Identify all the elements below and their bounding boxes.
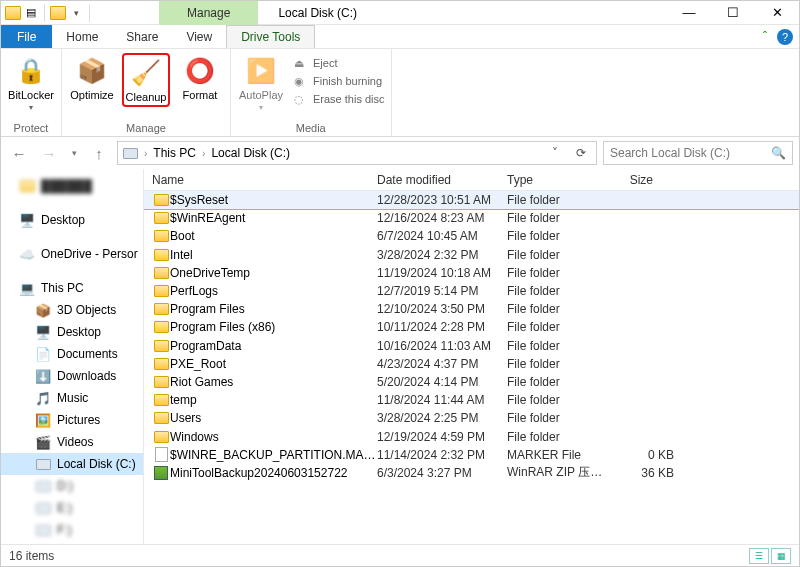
table-row[interactable]: MiniToolBackup202406031527226/3/2024 3:2… xyxy=(144,464,799,482)
nav-this-pc[interactable]: 💻This PC xyxy=(1,277,143,299)
nav-quick-access[interactable]: ██████ xyxy=(1,175,143,197)
tab-view[interactable]: View xyxy=(172,25,226,48)
table-row[interactable]: $WinREAgent12/16/2024 8:23 AMFile folder xyxy=(144,209,799,227)
tab-home[interactable]: Home xyxy=(52,25,112,48)
nav-disk-g[interactable]: G:) xyxy=(1,541,143,544)
table-row[interactable]: Program Files12/10/2024 3:50 PMFile fold… xyxy=(144,300,799,318)
nav-onedrive[interactable]: ☁️OneDrive - Persor xyxy=(1,243,143,265)
cleanup-button[interactable]: 🧹 Cleanup xyxy=(122,53,170,107)
col-size[interactable]: Size xyxy=(604,173,674,187)
ribbon-collapse-icon[interactable]: ˆ xyxy=(763,30,767,44)
table-row[interactable]: $SysReset12/28/2023 10:51 AMFile folder xyxy=(144,191,799,209)
folder-icon xyxy=(152,267,170,279)
table-row[interactable]: PerfLogs12/7/2019 5:14 PMFile folder xyxy=(144,282,799,300)
forward-button[interactable]: → xyxy=(37,141,61,165)
erase-disc-button[interactable]: ◌Erase this disc xyxy=(291,91,385,107)
nav-pictures[interactable]: 🖼️Pictures xyxy=(1,409,143,431)
eject-icon: ⏏ xyxy=(291,55,307,71)
col-date[interactable]: Date modified xyxy=(369,173,499,187)
ribbon: 🔒 BitLocker ▾ Protect 📦 Optimize 🧹 Clean… xyxy=(1,49,799,137)
nav-disk-d[interactable]: D:) xyxy=(1,475,143,497)
col-name[interactable]: Name xyxy=(144,173,369,187)
view-details-button[interactable]: ☰ xyxy=(749,548,769,564)
group-label-manage: Manage xyxy=(126,120,166,136)
table-row[interactable]: temp11/8/2024 11:44 AMFile folder xyxy=(144,391,799,409)
format-button[interactable]: ⭕ Format xyxy=(176,53,224,101)
table-row[interactable]: PXE_Root4/23/2024 4:37 PMFile folder xyxy=(144,355,799,373)
table-row[interactable]: Users3/28/2024 2:25 PMFile folder xyxy=(144,409,799,427)
disk-icon xyxy=(35,456,51,472)
search-icon: 🔍 xyxy=(771,146,786,160)
history-dropdown-icon[interactable]: ˅ xyxy=(544,142,566,164)
crumb-this-pc[interactable]: This PC xyxy=(153,146,196,160)
table-row[interactable]: Boot6/7/2024 10:45 AMFile folder xyxy=(144,227,799,245)
nav-disk-f[interactable]: F:) xyxy=(1,519,143,541)
file-type: MARKER File xyxy=(507,448,612,462)
minimize-button[interactable]: — xyxy=(667,1,711,25)
table-row[interactable]: $WINRE_BACKUP_PARTITION.MARKER11/14/2024… xyxy=(144,446,799,464)
file-date: 11/19/2024 10:18 AM xyxy=(377,266,507,280)
separator xyxy=(89,4,90,22)
search-input[interactable]: Search Local Disk (C:) 🔍 xyxy=(603,141,793,165)
maximize-button[interactable]: ☐ xyxy=(711,1,755,25)
contextual-tab-manage[interactable]: Manage xyxy=(159,1,258,25)
pictures-icon: 🖼️ xyxy=(35,412,51,428)
folder-icon xyxy=(152,321,170,333)
folder-icon xyxy=(152,394,170,406)
table-row[interactable]: Riot Games5/20/2024 4:14 PMFile folder xyxy=(144,373,799,391)
nav-disk-e[interactable]: E:) xyxy=(1,497,143,519)
explorer-body: ██████ 🖥️Desktop ☁️OneDrive - Persor 💻Th… xyxy=(1,169,799,544)
help-icon[interactable]: ? xyxy=(777,29,793,45)
recent-dropdown[interactable]: ▾ xyxy=(67,141,81,165)
nav-local-disk-c[interactable]: Local Disk (C:) xyxy=(1,453,143,475)
tab-drive-tools[interactable]: Drive Tools xyxy=(226,25,315,48)
view-large-button[interactable]: ▦ xyxy=(771,548,791,564)
crumb-local-disk[interactable]: Local Disk (C:) xyxy=(211,146,290,160)
file-size: 36 KB xyxy=(612,466,674,480)
nav-documents[interactable]: 📄Documents xyxy=(1,343,143,365)
bitlocker-button[interactable]: 🔒 BitLocker ▾ xyxy=(7,53,55,112)
file-date: 3/28/2024 2:25 PM xyxy=(377,411,507,425)
table-row[interactable]: ProgramData10/16/2024 11:03 AMFile folde… xyxy=(144,337,799,355)
file-size: 0 KB xyxy=(612,448,674,462)
col-type[interactable]: Type xyxy=(499,173,604,187)
optimize-button[interactable]: 📦 Optimize xyxy=(68,53,116,101)
qat-save-icon[interactable]: ▤ xyxy=(23,5,39,21)
breadcrumb[interactable]: › This PC › Local Disk (C:) ˅ ⟳ xyxy=(117,141,597,165)
column-headers[interactable]: Name Date modified Type Size xyxy=(144,169,799,191)
refresh-icon[interactable]: ⟳ xyxy=(570,142,592,164)
chevron-right-icon[interactable]: › xyxy=(200,148,207,159)
file-type: File folder xyxy=(507,211,612,225)
tab-file[interactable]: File xyxy=(1,25,52,48)
finish-burn-button[interactable]: ◉Finish burning xyxy=(291,73,385,89)
table-row[interactable]: Intel3/28/2024 2:32 PMFile folder xyxy=(144,246,799,264)
file-rows[interactable]: $SysReset12/28/2023 10:51 AMFile folder$… xyxy=(144,191,799,544)
nav-3d-objects[interactable]: 📦3D Objects xyxy=(1,299,143,321)
nav-desktop2[interactable]: 🖥️Desktop xyxy=(1,321,143,343)
table-row[interactable]: Program Files (x86)10/11/2024 2:28 PMFil… xyxy=(144,318,799,336)
eject-button[interactable]: ⏏Eject xyxy=(291,55,385,71)
ribbon-group-protect: 🔒 BitLocker ▾ Protect xyxy=(1,49,62,136)
qat-props-icon[interactable] xyxy=(50,5,66,21)
nav-pane[interactable]: ██████ 🖥️Desktop ☁️OneDrive - Persor 💻Th… xyxy=(1,169,144,544)
file-date: 3/28/2024 2:32 PM xyxy=(377,248,507,262)
table-row[interactable]: Windows12/19/2024 4:59 PMFile folder xyxy=(144,427,799,445)
nav-videos[interactable]: 🎬Videos xyxy=(1,431,143,453)
nav-desktop[interactable]: 🖥️Desktop xyxy=(1,209,143,231)
nav-downloads[interactable]: ⬇️Downloads xyxy=(1,365,143,387)
table-row[interactable]: OneDriveTemp11/19/2024 10:18 AMFile fold… xyxy=(144,264,799,282)
folder-icon xyxy=(152,285,170,297)
window-title: Local Disk (C:) xyxy=(278,6,357,20)
back-button[interactable]: ← xyxy=(7,141,31,165)
tab-share[interactable]: Share xyxy=(112,25,172,48)
folder-icon xyxy=(152,230,170,242)
autoplay-button[interactable]: ▶️ AutoPlay ▾ xyxy=(237,53,285,112)
quick-access-toolbar: ▤ ▾ xyxy=(1,4,97,22)
file-name: Boot xyxy=(170,229,377,243)
qat-dropdown-icon[interactable]: ▾ xyxy=(68,5,84,21)
up-button[interactable]: ↑ xyxy=(87,141,111,165)
close-button[interactable]: ✕ xyxy=(755,1,799,25)
nav-music[interactable]: 🎵Music xyxy=(1,387,143,409)
group-label-protect: Protect xyxy=(14,120,49,136)
chevron-right-icon[interactable]: › xyxy=(142,148,149,159)
